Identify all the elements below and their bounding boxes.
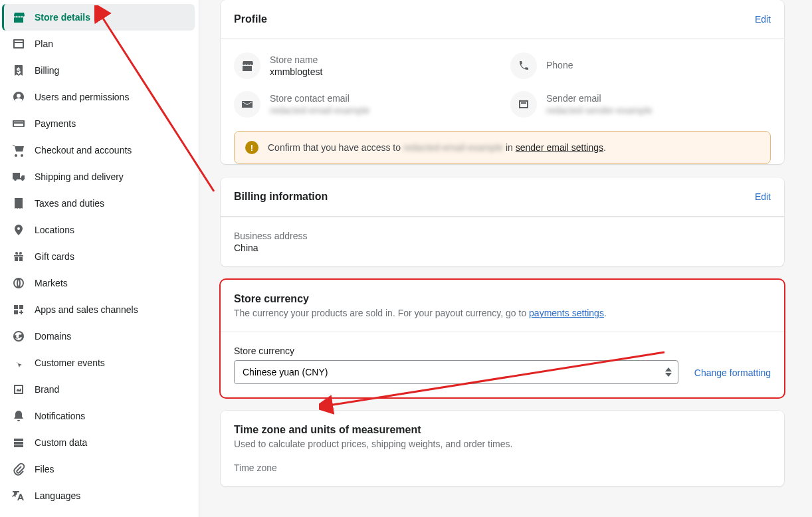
sidebar-item-label: Shipping and delivery [35, 171, 124, 182]
sidebar-item-label: Customer events [35, 358, 105, 368]
billing-title: Billing information [234, 191, 328, 203]
sidebar-item-brand[interactable]: Brand [4, 376, 195, 403]
address-label: Business address [234, 231, 771, 241]
payments-icon [12, 117, 25, 130]
sidebar-item-files[interactable]: Files [4, 456, 195, 482]
sidebar-item-taxes[interactable]: Taxes and duties [4, 190, 195, 217]
sidebar-item-label: Payments [35, 118, 76, 129]
sidebar-item-label: Domains [35, 331, 71, 342]
timezone-desc: Used to calculate product prices, shippi… [234, 439, 771, 449]
sidebar-item-label: Taxes and duties [35, 198, 104, 209]
sidebar-item-label: Gift cards [35, 251, 74, 262]
sender-email-field: Sender email redacted-sender-example [510, 91, 771, 118]
cart-icon [12, 144, 25, 157]
field-label: Phone [546, 60, 573, 70]
sidebar-item-customer-events[interactable]: Customer events [4, 350, 195, 376]
banner-text: Confirm that you have access to redacted… [268, 142, 606, 153]
truck-icon [12, 170, 25, 183]
sidebar-item-label: Languages [35, 490, 80, 501]
store-icon [12, 11, 25, 24]
sidebar-item-label: Plan [35, 39, 53, 49]
profile-card: Profile Edit Store name xmmblogtest Phon… [221, 0, 784, 164]
currency-title: Store currency [234, 293, 771, 305]
sender-email-icon [510, 91, 537, 118]
billing-edit-link[interactable]: Edit [755, 191, 771, 202]
sidebar-item-checkout[interactable]: Checkout and accounts [4, 137, 195, 163]
bell-icon [12, 409, 25, 423]
sender-email-settings-link[interactable]: sender email settings [516, 142, 603, 153]
field-value: redacted-email-example [270, 105, 369, 116]
sidebar-item-languages[interactable]: Languages [4, 482, 195, 509]
sidebar-item-billing[interactable]: Billing [4, 57, 195, 84]
sidebar-item-label: Files [35, 464, 54, 474]
sidebar-item-gift-cards[interactable]: Gift cards [4, 243, 195, 270]
contact-email-field: Store contact email redacted-email-examp… [234, 91, 494, 118]
domain-icon [12, 330, 25, 343]
field-label: Store name [270, 54, 322, 65]
receipt-icon [12, 197, 25, 210]
timezone-title: Time zone and units of measurement [234, 424, 771, 436]
timezone-card: Time zone and units of measurement Used … [221, 411, 784, 486]
sidebar-item-label: Checkout and accounts [35, 145, 132, 155]
sidebar-item-markets[interactable]: Markets [4, 270, 195, 296]
store-name-field: Store name xmmblogtest [234, 52, 494, 79]
currency-select[interactable]: Chinese yuan (CNY) [234, 360, 678, 384]
profile-title: Profile [234, 13, 267, 25]
sidebar-item-label: Users and permissions [35, 92, 129, 102]
globe-icon [12, 276, 25, 290]
sidebar-item-shipping[interactable]: Shipping and delivery [4, 163, 195, 190]
gift-icon [12, 250, 25, 263]
field-value: redacted-sender-example [546, 105, 653, 116]
currency-card: Store currency The currency your product… [221, 280, 784, 397]
paperclip-icon [12, 463, 25, 476]
pin-icon [12, 223, 25, 237]
database-icon [12, 436, 25, 449]
field-label: Store contact email [270, 93, 369, 104]
sidebar-item-notifications[interactable]: Notifications [4, 403, 195, 429]
envelope-icon [234, 91, 260, 118]
settings-sidebar: Store details Plan Billing Users and per… [0, 0, 199, 517]
phone-field: Phone [510, 52, 771, 79]
email-access-banner: ! Confirm that you have access to redact… [234, 131, 771, 164]
sidebar-item-payments[interactable]: Payments [4, 110, 195, 137]
sidebar-item-store-details[interactable]: Store details [2, 4, 195, 31]
profile-edit-link[interactable]: Edit [755, 14, 771, 25]
sidebar-item-label: Brand [35, 384, 59, 395]
sidebar-item-users[interactable]: Users and permissions [4, 84, 195, 110]
sidebar-item-label: Markets [35, 278, 68, 288]
address-value: China [234, 243, 771, 253]
main-content: Profile Edit Store name xmmblogtest Phon… [199, 0, 797, 517]
sidebar-item-domains[interactable]: Domains [4, 323, 195, 350]
cursor-click-icon [12, 356, 25, 369]
users-icon [12, 90, 25, 104]
payments-settings-link[interactable]: payments settings [529, 308, 604, 318]
currency-desc: The currency your products are sold in. … [234, 308, 771, 318]
brand-icon [12, 383, 25, 396]
phone-icon [510, 52, 537, 79]
warning-icon: ! [245, 141, 258, 154]
sidebar-item-policies[interactable]: Policies [4, 509, 195, 517]
sidebar-item-apps[interactable]: Apps and sales channels [4, 296, 195, 323]
currency-field-label: Store currency [234, 346, 678, 356]
change-formatting-link[interactable]: Change formatting [694, 367, 771, 384]
plan-icon [12, 37, 25, 51]
store-icon [234, 52, 260, 79]
sidebar-item-plan[interactable]: Plan [4, 31, 195, 57]
timezone-field-label: Time zone [234, 463, 277, 473]
sidebar-item-custom-data[interactable]: Custom data [4, 429, 195, 456]
sidebar-item-label: Notifications [35, 411, 85, 421]
field-label: Sender email [546, 93, 653, 104]
sidebar-item-label: Store details [35, 12, 90, 23]
sidebar-item-label: Locations [35, 225, 74, 235]
apps-icon [12, 303, 25, 316]
languages-icon [12, 489, 25, 502]
field-value: xmmblogtest [270, 66, 322, 77]
sidebar-item-label: Custom data [35, 437, 87, 448]
sidebar-item-label: Apps and sales channels [35, 304, 138, 315]
sidebar-item-label: Billing [35, 65, 59, 76]
billing-icon [12, 64, 25, 77]
sidebar-item-locations[interactable]: Locations [4, 217, 195, 243]
billing-card: Billing information Edit Business addres… [221, 177, 784, 266]
